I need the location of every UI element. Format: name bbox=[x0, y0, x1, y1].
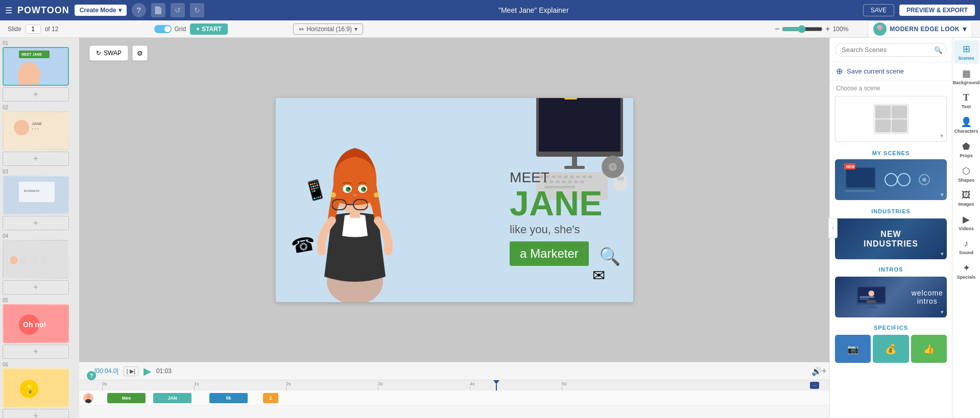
text-overlay: MEET JANE like you, she's a Marketer bbox=[510, 169, 602, 266]
slide-add-01[interactable]: + bbox=[3, 87, 69, 102]
sidebar-item-sound[interactable]: ♪ Sound bbox=[953, 235, 979, 258]
industries-expand-arrow[interactable]: ▾ bbox=[941, 251, 944, 257]
total-slides: of 12 bbox=[45, 26, 59, 33]
svg-point-2 bbox=[881, 25, 883, 28]
look-dropdown-icon: ▾ bbox=[963, 24, 967, 34]
industries-scene-card[interactable]: NEW INDUSTRIES ▾ bbox=[835, 218, 947, 259]
save-current-scene-button[interactable]: ⊕ Save current scene bbox=[830, 62, 952, 81]
svg-text:JANE: JANE bbox=[32, 121, 42, 126]
track-segment-lik[interactable]: lik bbox=[209, 393, 248, 403]
slide-preview-02[interactable]: JANE ? ? ? bbox=[3, 111, 69, 150]
play-button[interactable]: ▶ bbox=[144, 365, 151, 377]
presentation-title: "Meet Jane" Explainer bbox=[209, 6, 858, 14]
docs-button[interactable]: 📄 bbox=[151, 3, 165, 17]
slide-thumb-1[interactable]: 01 MEET JANE + bbox=[3, 40, 77, 102]
timeline-add-button[interactable]: + bbox=[821, 366, 827, 377]
start-button[interactable]: + START bbox=[190, 23, 228, 35]
slide-preview-05[interactable]: Oh no! bbox=[3, 304, 69, 343]
slide-preview-04[interactable] bbox=[3, 240, 69, 279]
svg-rect-87 bbox=[869, 304, 874, 307]
slide-thumb-2[interactable]: 02 JANE ? ? ? + bbox=[3, 105, 77, 166]
hamburger-icon[interactable]: ☰ bbox=[5, 6, 12, 15]
search-button[interactable]: 🔍 bbox=[934, 46, 943, 54]
slide-add-04[interactable]: + bbox=[3, 280, 69, 294]
slide-num-03: 03 bbox=[3, 169, 77, 175]
ruler-2s: 2s bbox=[286, 381, 378, 390]
help-info-button[interactable]: ? bbox=[87, 371, 96, 380]
my-scenes-section: MY SCENES bbox=[835, 149, 947, 203]
sound-label: Sound bbox=[959, 250, 973, 255]
sidebar-item-images[interactable]: 🖼 Images bbox=[953, 187, 979, 210]
sidebar-item-props[interactable]: ⬟ Props bbox=[953, 138, 979, 161]
text-icon: T bbox=[963, 92, 969, 103]
search-scenes-input[interactable] bbox=[835, 43, 947, 57]
slide-preview-06[interactable]: 💡 bbox=[3, 368, 69, 407]
main-canvas[interactable]: 📱 ☎ 🔍 bbox=[276, 98, 633, 302]
zoom-in-button[interactable]: + bbox=[825, 24, 830, 34]
scene-preview-box[interactable]: ▾ bbox=[835, 96, 947, 142]
slide-thumb-3[interactable]: 03 BUSINESS + bbox=[3, 169, 77, 230]
slide-preview-03[interactable]: BUSINESS bbox=[3, 176, 69, 214]
sidebar-item-text[interactable]: T Text bbox=[953, 89, 979, 112]
slide-add-05[interactable]: + bbox=[3, 345, 69, 359]
my-scene-card[interactable]: NEW ▾ bbox=[835, 159, 947, 200]
slide-label: Slide bbox=[8, 26, 21, 33]
svg-text:BUSINESS: BUSINESS bbox=[24, 189, 39, 192]
slide-add-06[interactable]: + bbox=[3, 409, 69, 418]
sidebar-item-specials[interactable]: ✦ Specials bbox=[953, 259, 979, 283]
right-panel-outer: 🔍 ⊕ Save current scene Choose a scene bbox=[829, 38, 980, 418]
preview-export-button[interactable]: PREVIEW & EXPORT bbox=[899, 5, 975, 16]
swap-button[interactable]: ↻ SWAP bbox=[89, 45, 128, 61]
slide-thumb-4[interactable]: 04 + bbox=[3, 233, 77, 294]
grid-toggle[interactable] bbox=[154, 25, 172, 33]
slide-number-input[interactable] bbox=[26, 24, 41, 34]
track-segment-jan[interactable]: JAN bbox=[153, 393, 192, 403]
zoom-slider[interactable] bbox=[782, 25, 823, 33]
sidebar-item-scenes[interactable]: ⊞ Scenes bbox=[953, 40, 979, 64]
slide-preview-01[interactable]: MEET JANE bbox=[3, 47, 69, 86]
spec-card-camera[interactable]: 📷 bbox=[835, 335, 871, 363]
sidebar-item-shapes[interactable]: ⬡ Shapes bbox=[953, 162, 979, 186]
svg-rect-50 bbox=[617, 177, 624, 181]
spec-card-thumbup[interactable]: 👍 bbox=[911, 335, 947, 363]
save-button[interactable]: SAVE bbox=[863, 4, 894, 16]
horizontal-button[interactable]: ⇔ Horizontal (16:9) ▾ bbox=[293, 23, 363, 35]
look-selector[interactable]: MODERN EDGE LOOK ▾ bbox=[868, 20, 972, 38]
svg-rect-90 bbox=[859, 297, 874, 298]
help-button[interactable]: ? bbox=[132, 3, 146, 17]
svg-text:MEET JANE: MEET JANE bbox=[21, 53, 42, 56]
intros-scene-card[interactable]: welcome INTROS ▾ bbox=[835, 277, 947, 317]
bracket-button[interactable]: [ ▶] bbox=[124, 366, 138, 376]
jane-text: JANE bbox=[510, 186, 602, 220]
images-label: Images bbox=[958, 202, 974, 207]
spec-card-coin[interactable]: 💰 bbox=[873, 335, 909, 363]
start-plus-icon: + bbox=[196, 26, 200, 33]
canvas-wrapper: 📱 ☎ 🔍 bbox=[79, 38, 829, 362]
slide-thumb-5[interactable]: 05 Oh no! + bbox=[3, 298, 77, 359]
settings-button[interactable]: ⚙ bbox=[132, 45, 148, 61]
characters-label: Characters bbox=[954, 129, 978, 134]
slide-add-03[interactable]: + bbox=[3, 216, 69, 230]
volume-icon[interactable]: 🔊 bbox=[811, 366, 822, 376]
slide-thumb-6[interactable]: 06 💡 + bbox=[3, 362, 77, 418]
slide-add-02[interactable]: + bbox=[3, 152, 69, 166]
redo-button[interactable]: ↻ bbox=[190, 3, 204, 17]
timeline-ruler: 0s 1s 2s 3s bbox=[79, 380, 829, 390]
undo-button[interactable]: ↺ bbox=[171, 3, 185, 17]
sidebar-item-background[interactable]: ▦ Background bbox=[953, 65, 979, 88]
canvas-area: ↻ SWAP ⚙ bbox=[79, 38, 829, 418]
create-mode-button[interactable]: Create Mode ▾ bbox=[75, 5, 127, 16]
track-segment-2[interactable]: 2 bbox=[263, 393, 278, 403]
sidebar-item-videos[interactable]: ▶ Videos bbox=[953, 211, 979, 234]
my-scene-expand-arrow[interactable]: ▾ bbox=[941, 191, 944, 198]
svg-rect-77 bbox=[845, 190, 876, 192]
track-segment-mee[interactable]: Mee bbox=[107, 393, 146, 403]
more-marker[interactable]: ··· bbox=[810, 382, 819, 389]
intros-expand-arrow[interactable]: ▾ bbox=[941, 309, 944, 315]
scene-expand-arrow[interactable]: ▾ bbox=[940, 132, 943, 139]
collapse-panel-button[interactable]: ‹ bbox=[828, 218, 838, 238]
sidebar-item-characters[interactable]: 👤 Characters bbox=[953, 113, 979, 137]
canvas-scene: 📱 ☎ 🔍 bbox=[276, 98, 633, 302]
zoom-out-button[interactable]: − bbox=[775, 24, 779, 34]
top-nav: ☰ POWTOON Create Mode ▾ ? 📄 ↺ ↻ "Meet Ja… bbox=[0, 0, 980, 20]
